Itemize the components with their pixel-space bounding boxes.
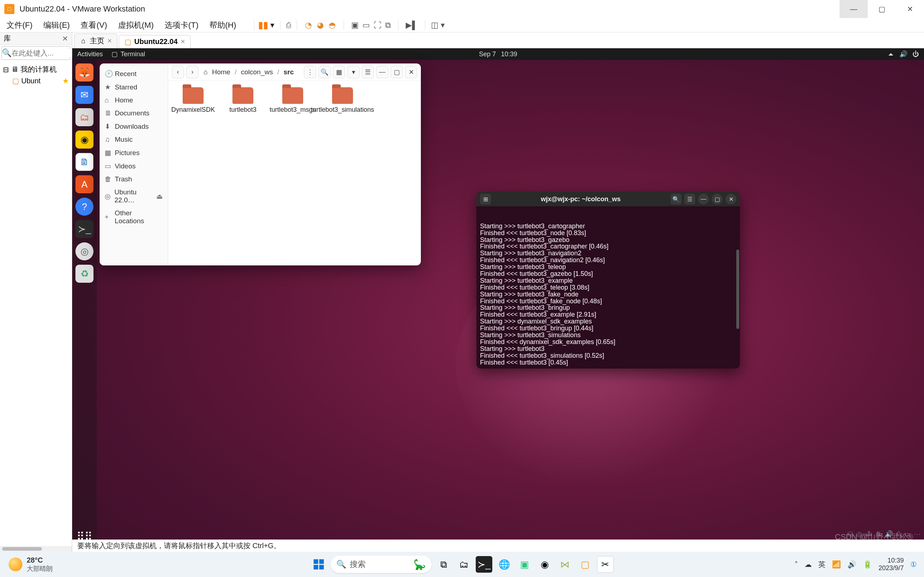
- sidebar-other-locations[interactable]: +Other Locations: [100, 206, 168, 227]
- window-close-button[interactable]: ✕: [405, 66, 417, 78]
- search-button[interactable]: 🔍: [318, 66, 331, 78]
- library-close-icon[interactable]: ✕: [62, 34, 68, 43]
- terminal-scrollbar[interactable]: [736, 250, 739, 329]
- window-maximize-button[interactable]: ▢: [391, 66, 403, 78]
- send-cad-icon[interactable]: ⎙: [286, 21, 291, 30]
- library-search[interactable]: 🔍 ▾: [2, 46, 70, 60]
- window-minimize-button[interactable]: —: [376, 66, 388, 78]
- view-layout1-icon[interactable]: ▣: [351, 21, 359, 30]
- folder-item[interactable]: turtlebot3_msgs: [273, 87, 313, 114]
- menu-edit[interactable]: 编辑(E): [43, 20, 69, 31]
- sidebar-mount[interactable]: ◎Ubuntu 22.0…⏏: [100, 186, 168, 206]
- taskbar-chrome[interactable]: ◉: [536, 556, 553, 573]
- dock-software[interactable]: A: [76, 175, 94, 193]
- tab-close-icon[interactable]: ✕: [181, 38, 185, 45]
- taskbar-vs[interactable]: ⋈: [557, 556, 573, 573]
- tray-chevron-icon[interactable]: ˄: [795, 560, 798, 569]
- tab-home[interactable]: ⌂ 主页 ✕: [74, 34, 117, 48]
- dock-terminal[interactable]: ≻_: [76, 220, 94, 238]
- sidebar-item[interactable]: 🗑Trash: [100, 173, 168, 186]
- taskbar-explorer[interactable]: 🗂: [456, 556, 472, 573]
- more-options-icon[interactable]: ⋮: [304, 66, 316, 78]
- folder-item[interactable]: turtlebot3_simulations: [323, 87, 362, 114]
- menu-help[interactable]: 帮助(H): [209, 20, 236, 31]
- dock-files[interactable]: 🗂: [76, 108, 94, 126]
- menu-view[interactable]: 查看(V): [81, 20, 107, 31]
- taskbar-edge[interactable]: 🌐: [496, 556, 512, 573]
- terminal-body[interactable]: Starting >>> turtlebot3_cartographer Fin…: [477, 206, 740, 369]
- topbar-date[interactable]: Sep 7: [479, 50, 496, 58]
- terminal-minimize-button[interactable]: —: [698, 193, 709, 205]
- tree-root[interactable]: ⊟ 🖥 我的计算机: [2, 63, 69, 76]
- dock-help[interactable]: ?: [76, 198, 94, 216]
- tray-clock[interactable]: 10:39 2023/9/7: [879, 557, 904, 572]
- path-bar[interactable]: ⌂ Home / colcon_ws / src: [201, 67, 302, 77]
- window-maximize-button[interactable]: ▢: [868, 0, 896, 18]
- terminal-search-button[interactable]: 🔍: [670, 193, 682, 205]
- activities-button[interactable]: Activities: [77, 50, 103, 58]
- sidebar-item[interactable]: ★Starred: [100, 81, 168, 94]
- sidebar-item[interactable]: ♫Music: [100, 133, 168, 146]
- task-view-icon[interactable]: ⧉: [435, 556, 452, 573]
- guest-display[interactable]: Activities ▢ Terminal Sep 7 10:39 ⏶ 🔊 ⏻ …: [72, 48, 924, 552]
- new-tab-button[interactable]: ⊞: [480, 193, 491, 205]
- snapshot-icon[interactable]: ◔: [305, 21, 312, 30]
- tray-wifi-icon[interactable]: 📶: [832, 560, 841, 569]
- terminal-menu-button[interactable]: ☰: [684, 193, 695, 205]
- folder-item[interactable]: DynamixelSDK: [173, 87, 213, 114]
- stretch-icon[interactable]: ◫ ▾: [431, 21, 445, 30]
- files-content[interactable]: DynamixelSDKturtlebot3turtlebot3_msgstur…: [168, 81, 421, 266]
- window-minimize-button[interactable]: —: [840, 0, 868, 18]
- taskbar-app1[interactable]: ▣: [516, 556, 533, 573]
- menu-file[interactable]: 文件(F): [6, 20, 32, 31]
- sidebar-item[interactable]: 🕘Recent: [100, 67, 168, 81]
- dock-thunderbird[interactable]: ✉: [76, 86, 94, 104]
- folder-item[interactable]: turtlebot3: [223, 87, 263, 114]
- view-layout2-icon[interactable]: ▭: [362, 21, 370, 30]
- pause-icon[interactable]: ▮▮: [258, 19, 268, 31]
- sidebar-item[interactable]: 🗎Documents: [100, 107, 168, 120]
- dock-trash[interactable]: ♻: [76, 265, 94, 283]
- network-icon[interactable]: ⏶: [888, 50, 894, 58]
- view-options-icon[interactable]: ▾: [347, 66, 360, 78]
- tab-close-icon[interactable]: ✕: [107, 37, 112, 44]
- tray-battery-icon[interactable]: 🔋: [863, 560, 872, 569]
- dock-rhythmbox[interactable]: ◉: [76, 131, 94, 148]
- start-button[interactable]: [310, 556, 327, 573]
- tray-ime[interactable]: 英: [818, 560, 825, 569]
- menu-tabs[interactable]: 选项卡(T): [165, 20, 199, 31]
- grid-view-icon[interactable]: ▦: [333, 66, 345, 78]
- power-icon[interactable]: ⏻: [913, 50, 919, 58]
- volume-icon[interactable]: 🔊: [900, 50, 908, 58]
- console-icon[interactable]: ▶▌: [406, 21, 418, 30]
- tray-volume-icon[interactable]: 🔊: [848, 560, 856, 569]
- window-close-button[interactable]: ✕: [896, 0, 924, 18]
- nav-back-button[interactable]: ‹: [172, 66, 184, 78]
- taskbar-vmware[interactable]: ▢: [577, 556, 593, 573]
- tray-onedrive-icon[interactable]: ☁: [804, 560, 812, 569]
- taskbar-weather[interactable]: 28°C 大部晴朗: [0, 556, 53, 573]
- topbar-time[interactable]: 10:39: [501, 50, 517, 58]
- menu-vm[interactable]: 虚拟机(M): [118, 20, 154, 31]
- snapshot-revert-icon[interactable]: ◕: [317, 21, 324, 30]
- sidebar-item[interactable]: ▦Pictures: [100, 146, 168, 160]
- message-icon[interactable]: ⋯: [914, 530, 921, 538]
- nav-forward-button[interactable]: ›: [186, 66, 199, 78]
- taskbar-terminal[interactable]: ≻_: [476, 556, 492, 573]
- hamburger-menu-icon[interactable]: ☰: [362, 66, 374, 78]
- unity-icon[interactable]: ⧉: [385, 21, 391, 30]
- taskbar-search[interactable]: 🔍 搜索 🦕: [331, 556, 432, 573]
- sidebar-item[interactable]: ▭Videos: [100, 160, 168, 173]
- dock-writer[interactable]: 🗎: [76, 153, 94, 171]
- dock-firefox[interactable]: 🦊: [76, 63, 94, 82]
- tree-vm-item[interactable]: ▢ Ubunt ★: [2, 76, 69, 86]
- terminal-close-button[interactable]: ✕: [725, 193, 736, 205]
- tray-notifications-icon[interactable]: ①: [910, 560, 917, 569]
- library-scrollbar[interactable]: [0, 546, 72, 552]
- snapshot-manager-icon[interactable]: ◓: [329, 21, 336, 30]
- terminal-maximize-button[interactable]: ▢: [712, 193, 723, 205]
- taskbar-snip[interactable]: ✂: [597, 556, 614, 573]
- dock-disc[interactable]: ◎: [76, 242, 94, 260]
- topbar-app-indicator[interactable]: ▢ Terminal: [111, 50, 145, 58]
- power-dropdown-icon[interactable]: ▾: [270, 21, 274, 30]
